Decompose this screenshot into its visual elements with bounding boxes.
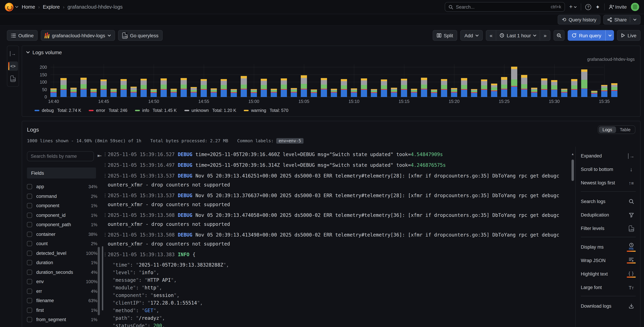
log-row[interactable]: ⋮2025-11-05 15:39:13.508DEBUGNov 05 20:3… <box>103 232 570 238</box>
scrollbar-thumb[interactable] <box>572 160 574 181</box>
row-menu-icon[interactable]: ⋮ <box>103 193 108 198</box>
control-expanded[interactable]: Expanded→ <box>581 151 636 161</box>
expanded-icon[interactable]: → <box>627 153 636 159</box>
control-download-logs[interactable]: Download logs <box>581 301 636 311</box>
control-deduplication[interactable]: Deduplication <box>581 210 636 220</box>
legend-item-debug[interactable]: debugTotal: 2.74 K <box>34 108 81 113</box>
breadcrumb-home[interactable]: Home <box>22 4 35 10</box>
field-row-err[interactable]: err4% <box>27 286 98 296</box>
legend-item-warning[interactable]: warningTotal: 570 <box>244 108 288 113</box>
control-highlight-text[interactable]: Highlight text{ } <box>581 269 636 279</box>
user-avatar[interactable] <box>631 3 639 11</box>
time-range-button[interactable]: Last 1 hour <box>496 30 540 40</box>
field-checkbox[interactable] <box>27 184 32 190</box>
grafana-logo-icon[interactable] <box>5 2 14 11</box>
grafana-assistant-icon[interactable]: ✦ <box>595 4 600 10</box>
field-row-from_segment[interactable]: from_segment1% <box>27 315 98 324</box>
control-large-font[interactable]: Large fontTT <box>581 282 636 292</box>
field-row-duration_seconds[interactable]: duration_seconds4% <box>27 268 98 277</box>
field-checkbox[interactable] <box>27 213 32 218</box>
control-search-logs[interactable]: Search logs <box>581 196 636 206</box>
legend-item-error[interactable]: errorTotal: 246 <box>89 108 128 113</box>
add-menu-button[interactable]: + <box>569 4 577 10</box>
toggle-table[interactable]: Table <box>616 126 634 133</box>
row-menu-icon[interactable]: ⋮ <box>103 162 108 168</box>
field-row-count[interactable]: count2% <box>27 239 98 248</box>
logs-scrollbar[interactable]: ▲ <box>570 147 575 327</box>
field-checkbox[interactable] <box>27 260 32 265</box>
row-menu-icon[interactable]: ⋮ <box>103 173 108 178</box>
run-query-dropdown[interactable] <box>606 30 614 41</box>
control-newest-logs-first[interactable]: Newest logs first↑≡ <box>581 178 636 188</box>
row-menu-icon[interactable]: ⋮ <box>103 252 108 257</box>
time-shift-forward-button[interactable]: » <box>540 30 550 40</box>
control-scroll-to-bottom[interactable]: Scroll to bottom↓ <box>581 164 636 174</box>
log-row[interactable]: ⋮2025-11-05 15:39:13.537DEBUGNov 05 20:3… <box>103 193 570 198</box>
field-row-duration[interactable]: duration1% <box>27 258 98 268</box>
field-checkbox[interactable] <box>27 241 32 246</box>
field-checkbox[interactable] <box>27 289 32 294</box>
legend-item-unknown[interactable]: unknownTotal: 1.20 K <box>184 108 236 113</box>
collapse-chevron-icon[interactable] <box>26 51 30 54</box>
field-row-first[interactable]: first1% <box>27 306 98 315</box>
field-row-app[interactable]: app34% <box>27 182 98 192</box>
search-fields-input[interactable]: Search fields by name <box>27 151 94 161</box>
scroll-to-bottom-icon[interactable]: ↓ <box>627 166 636 172</box>
field-row-detected_level[interactable]: detected_level100% <box>27 248 98 258</box>
row-menu-icon[interactable]: ⋮ <box>103 152 108 157</box>
field-checkbox[interactable] <box>27 270 32 275</box>
deduplication-icon[interactable] <box>627 212 636 217</box>
help-button[interactable]: ? <box>585 4 591 10</box>
newest-logs-first-icon[interactable]: ↑≡ <box>627 180 636 186</box>
field-checkbox[interactable] <box>27 298 32 303</box>
org-chevron-down-icon[interactable] <box>15 6 18 8</box>
log-row-json[interactable]: ⋮2025-11-05 15:39:13.383INFO{ <box>103 252 570 257</box>
control-display-ms[interactable]: Display msms <box>581 242 636 252</box>
field-checkbox[interactable] <box>27 222 32 228</box>
toggle-logs[interactable]: Logs <box>598 126 616 133</box>
outline-button[interactable]: Outline <box>7 30 38 41</box>
large-font-icon[interactable]: TT <box>627 285 636 290</box>
field-checkbox[interactable] <box>27 232 32 237</box>
field-checkbox[interactable] <box>27 251 32 256</box>
field-row-component_path[interactable]: component_path1% <box>27 220 98 230</box>
zoom-out-button[interactable] <box>553 30 564 41</box>
split-button[interactable]: Split <box>433 30 457 41</box>
download-logs-icon[interactable] <box>627 304 636 309</box>
field-checkbox[interactable] <box>27 203 32 208</box>
field-checkbox[interactable] <box>27 279 32 284</box>
log-row[interactable]: ⋮2025-11-05 15:39:16.527DEBUGtime=2025-1… <box>103 152 570 157</box>
search-logs-icon[interactable] <box>627 199 636 204</box>
display-ms-icon[interactable]: ms <box>627 242 636 252</box>
share-button[interactable]: Share <box>603 15 640 24</box>
field-checkbox[interactable] <box>27 317 32 322</box>
control-filter-levels[interactable]: Filter levelsLOG <box>581 224 636 234</box>
collapse-panel-icon[interactable]: → <box>8 49 18 58</box>
field-row-component[interactable]: component1% <box>27 201 98 210</box>
log-row[interactable]: ⋮2025-11-05 15:39:16.497DEBUGtime=2025-1… <box>103 162 570 168</box>
log-file-icon[interactable]: LOG <box>8 74 18 83</box>
time-shift-back-button[interactable]: « <box>486 30 496 40</box>
field-row-env[interactable]: env100% <box>27 277 98 286</box>
go-queryless-button[interactable]: LOG Go queryless <box>118 30 163 41</box>
add-dropdown-button[interactable]: Add <box>460 30 483 41</box>
field-row-component_id[interactable]: component_id1% <box>27 210 98 220</box>
breadcrumb-explore[interactable]: Explore <box>43 4 60 10</box>
query-history-button[interactable]: ⟲ Query history <box>558 15 600 24</box>
global-search-input[interactable]: Search... ctrl+k <box>445 2 565 12</box>
field-checkbox[interactable] <box>27 308 32 313</box>
field-checkbox[interactable] <box>27 194 32 199</box>
run-query-button[interactable]: Run query <box>568 30 605 41</box>
filter-levels-icon[interactable]: LOG <box>627 225 636 232</box>
datasource-picker[interactable]: grafanacloud-hhdev-logs <box>41 30 115 41</box>
scroll-up-icon[interactable]: ▲ <box>571 152 574 156</box>
legend-item-info[interactable]: infoTotal: 1.45 K <box>135 108 177 113</box>
field-row-container[interactable]: container38% <box>27 230 98 239</box>
log-row[interactable]: ⋮2025-11-05 15:39:13.508DEBUGNov 05 20:3… <box>103 212 570 218</box>
wrap-json-icon[interactable] <box>627 258 636 264</box>
highlight-text-icon[interactable]: { } <box>627 270 636 278</box>
row-menu-icon[interactable]: ⋮ <box>103 232 108 238</box>
invite-button[interactable]: Invite <box>608 4 627 10</box>
control-wrap-json[interactable]: Wrap JSON <box>581 256 636 266</box>
code-editor-icon[interactable]: <> <box>8 62 18 71</box>
